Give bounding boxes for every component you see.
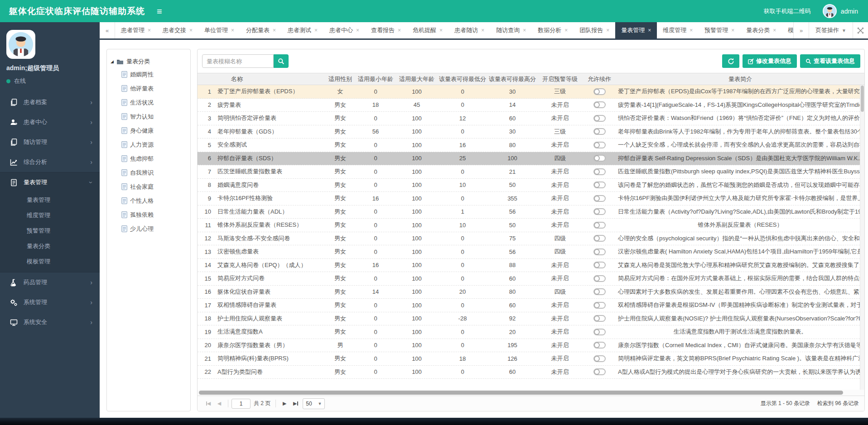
table-row-10[interactable]: 10日常生活能力量表（ADL）男女0100156未开启日常生活能力量表（Acti…: [198, 205, 864, 219]
header-username[interactable]: admin: [841, 8, 858, 15]
tab-患者管理[interactable]: 患者管理×: [115, 22, 157, 38]
sidebar-subitem-量表分类[interactable]: 量表分类: [0, 239, 100, 254]
tree-item-孤独依赖[interactable]: 孤独依赖: [111, 208, 187, 222]
tabs-scroll-right-button[interactable]: »: [793, 22, 809, 38]
table-row-20[interactable]: 20康奈尔医学指数量表（男）男01000195未开启康奈尔医学指数（Cornel…: [198, 339, 864, 353]
table-row-19[interactable]: 19生活满意度指数A男女0100020未开启生活满意度指数A用于测试生活满意度指…: [198, 325, 864, 339]
tree-item-个性人格[interactable]: 个性人格: [111, 194, 187, 208]
allow-continue-toggle[interactable]: [593, 355, 606, 362]
tab-close-icon[interactable]: ×: [481, 27, 484, 33]
tree-item-他评量表[interactable]: 他评量表: [111, 81, 187, 96]
sidebar-subitem-模板管理[interactable]: 模板管理: [0, 254, 100, 269]
sidebar-subitem-维度管理[interactable]: 维度管理: [0, 208, 100, 223]
table-row-12[interactable]: 12马斯洛安全感-不安全感问卷男女0100075四级心理的安全感（psychol…: [198, 232, 864, 246]
tree-item-身心健康[interactable]: 身心健康: [111, 124, 187, 138]
allow-continue-toggle[interactable]: [593, 275, 606, 282]
allow-continue-toggle[interactable]: [593, 368, 606, 375]
first-page-button[interactable]: ◀: [203, 399, 214, 409]
allow-continue-toggle[interactable]: [593, 248, 606, 255]
allow-continue-toggle[interactable]: [593, 315, 606, 322]
refresh-button[interactable]: [722, 54, 739, 68]
tree-item-焦虑抑郁[interactable]: 焦虑抑郁: [111, 152, 187, 166]
tree-item-智力认知[interactable]: 智力认知: [111, 110, 187, 124]
fullscreen-toggle-icon[interactable]: [853, 22, 868, 38]
column-header-名称[interactable]: 名称: [211, 75, 325, 83]
qr-code-link[interactable]: 获取手机端二维码: [764, 7, 811, 15]
tab-close-icon[interactable]: ×: [773, 27, 776, 33]
tab-close-icon[interactable]: ×: [606, 27, 609, 33]
column-header-开启预警等级[interactable]: 开启预警等级: [537, 75, 583, 83]
sidebar-item-随访管理[interactable]: 随访管理›: [0, 132, 100, 152]
page-number-input[interactable]: 1: [231, 399, 251, 409]
allow-continue-toggle[interactable]: [593, 142, 606, 148]
page-size-select[interactable]: 50 ▼: [303, 398, 325, 409]
prev-page-button[interactable]: ◀: [214, 399, 225, 409]
tree-expand-icon[interactable]: ◢: [111, 59, 114, 64]
tab-close-icon[interactable]: ×: [356, 27, 359, 33]
tab-量表分类[interactable]: 量表分类×: [740, 22, 782, 38]
edit-scale-button[interactable]: 修改量表信息: [743, 54, 797, 68]
tab-close-icon[interactable]: ×: [231, 27, 234, 33]
tab-close-icon[interactable]: ×: [439, 27, 443, 33]
allow-continue-toggle[interactable]: [593, 115, 606, 122]
table-row-13[interactable]: 13汉密顿焦虑量表男女0100056四级汉密尔顿焦虑量表( Hamilton A…: [198, 245, 864, 259]
table-row-6[interactable]: 6抑郁自评量表（SDS）男女010025100四级抑郁自评量表 Self-Rat…: [198, 152, 864, 166]
tab-close-icon[interactable]: ×: [189, 27, 193, 33]
tab-close-icon[interactable]: ×: [148, 27, 151, 33]
allow-continue-toggle[interactable]: [593, 235, 606, 242]
table-row-18[interactable]: 18护士用住院病人观察量表男女0100-2892未开启护士用住院病人观察量表(N…: [198, 312, 864, 326]
tree-item-人力资源[interactable]: 人力资源: [111, 138, 187, 152]
allow-continue-toggle[interactable]: [593, 88, 606, 95]
table-row-17[interactable]: 17双相情感障碍自评量表男女0100060未开启双相情感障碍自评量表是根据DSM…: [198, 299, 864, 312]
allow-continue-toggle[interactable]: [593, 342, 606, 349]
table-row-16[interactable]: 16躯体化症状自评量表男女141002080四级心理因素对于大多数疾病的发生、发…: [198, 286, 864, 299]
tab-预警管理[interactable]: 预警管理×: [699, 22, 740, 38]
tab-close-icon[interactable]: ×: [398, 27, 401, 33]
allow-continue-toggle[interactable]: [593, 208, 606, 215]
sidebar-item-患者中心[interactable]: 患者中心›: [0, 112, 100, 132]
sidebar-item-综合分析[interactable]: 综合分析›: [0, 152, 100, 172]
column-header-适用最大年龄[interactable]: 适用最大年龄: [396, 75, 438, 83]
tab-患者交接[interactable]: 患者交接×: [157, 22, 198, 38]
tabs-scroll-left-button[interactable]: «: [100, 22, 115, 38]
allow-continue-toggle[interactable]: [593, 101, 606, 108]
tree-root-scale-category[interactable]: ◢ 量表分类: [111, 56, 187, 67]
tab-患者随访[interactable]: 患者随访×: [448, 22, 490, 38]
column-header-量表简介[interactable]: 量表简介: [616, 75, 864, 83]
allow-continue-toggle[interactable]: [593, 128, 606, 135]
table-row-22[interactable]: 22A型行为类型问卷男女0100060未开启A型人格或A型行为模式的提出是心理学…: [198, 366, 864, 379]
view-scale-button[interactable]: 查看该量表信息: [800, 54, 860, 68]
table-row-11[interactable]: 11锥体外系副反应量表（RESES）男女01001050未开启锥体外系副反应量表…: [198, 219, 864, 232]
last-page-button[interactable]: ▶: [290, 399, 301, 409]
tab-close-icon[interactable]: ×: [648, 27, 651, 33]
search-input[interactable]: [202, 54, 274, 68]
tab-close-icon[interactable]: ×: [273, 27, 276, 33]
column-header-该量表可得最高分[interactable]: 该量表可得最高分: [487, 75, 537, 83]
tree-item-婚姻两性[interactable]: 婚姻两性: [111, 67, 187, 81]
table-row-1[interactable]: 1爱丁堡产后抑郁量表（EPDS）女0100030三级爱丁堡产后抑郁表（EPDS)…: [198, 85, 864, 99]
tab-数据分析[interactable]: 数据分析×: [532, 22, 574, 38]
column-header-允许续作[interactable]: 允许续作: [583, 75, 616, 83]
tree-item-生活状况[interactable]: 生活状况: [111, 96, 187, 110]
tab-患者中心[interactable]: 患者中心×: [323, 22, 365, 38]
allow-continue-toggle[interactable]: [593, 288, 606, 295]
sidebar-item-系统管理[interactable]: 系统管理›: [0, 292, 100, 312]
tab-危机提醒[interactable]: 危机提醒×: [407, 22, 448, 38]
tab-close-icon[interactable]: ×: [523, 27, 526, 33]
tab-close-icon[interactable]: ×: [731, 27, 734, 33]
table-row-3[interactable]: 3简明惧怕否定评价量表男女01001260未开启惧怕否定评价量表：Watson和…: [198, 112, 864, 125]
tab-团队报告[interactable]: 团队报告×: [574, 22, 615, 38]
tab-close-icon[interactable]: ×: [564, 27, 568, 33]
sidebar-subitem-量表管理[interactable]: 量表管理: [0, 192, 100, 208]
table-row-2[interactable]: 2疲劳量表男女1845014未开启疲劳量表-14[1](FatigueScale…: [198, 99, 864, 112]
table-row-8[interactable]: 8婚姻满意度问卷男女01001050未开启该问卷是了解您的婚姻状态的，虽然它不能…: [198, 179, 864, 192]
tree-item-少儿心理[interactable]: 少儿心理: [111, 222, 187, 236]
search-button[interactable]: [274, 54, 289, 68]
table-row-7[interactable]: 7匹茨堡睡眠质量指数量表男女0100021未开启匹兹堡睡眠质量指数(Pittsb…: [198, 165, 864, 179]
tab-维度管理[interactable]: 维度管理×: [657, 22, 699, 38]
sidebar-item-药品管理[interactable]: 药品管理›: [0, 272, 100, 292]
allow-continue-toggle[interactable]: [593, 302, 606, 309]
header-avatar[interactable]: [823, 4, 837, 18]
table-row-4[interactable]: 4老年抑郁量表（GDS）男女56100030三级老年抑郁量表由Brink等人于1…: [198, 125, 864, 139]
vertical-scrollbar[interactable]: [860, 85, 864, 390]
